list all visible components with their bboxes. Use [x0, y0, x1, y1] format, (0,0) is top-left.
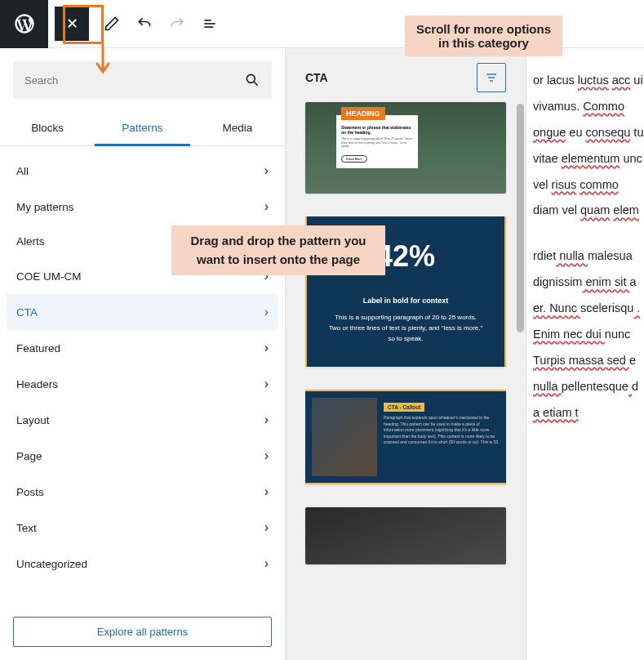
svg-rect-4: [486, 74, 496, 74]
chevron-right-icon: ›: [264, 448, 269, 463]
category-item-headers[interactable]: Headers›: [7, 366, 278, 402]
category-item-featured[interactable]: Featured›: [7, 330, 278, 366]
wordpress-logo[interactable]: [0, 0, 48, 48]
tab-media[interactable]: Media: [190, 112, 285, 145]
category-label: Headers: [16, 378, 58, 390]
svg-rect-2: [204, 26, 213, 28]
category-label: Page: [16, 450, 42, 462]
annotation-callout-drag: Drag and drop the pattern you want to in…: [171, 225, 385, 275]
document-overview-icon[interactable]: [195, 9, 224, 38]
pattern-card-partial[interactable]: [305, 507, 506, 564]
pattern-card-button: Read More: [341, 155, 367, 163]
page-content-area[interactable]: or lacus luctus acc ui vivamus. Commo on…: [526, 48, 644, 660]
pattern-card-image: [312, 398, 377, 476]
undo-icon[interactable]: [130, 9, 159, 38]
pattern-category-list: All›My patterns›AlertsCOE UM-CM›CTA›Feat…: [0, 146, 285, 604]
category-item-my-patterns[interactable]: My patterns›: [7, 189, 278, 225]
close-inserter-button[interactable]: ✕: [55, 7, 89, 41]
chevron-right-icon: ›: [264, 484, 269, 499]
svg-rect-1: [204, 23, 215, 25]
chevron-right-icon: ›: [264, 556, 269, 571]
category-label: Text: [16, 522, 37, 534]
pattern-preview-panel: CTA HEADING Statement or phrase that ela…: [286, 48, 526, 660]
pattern-card-text: Statement or phrase that elaborates on t…: [341, 125, 413, 135]
filter-button[interactable]: [477, 63, 506, 92]
svg-rect-6: [490, 80, 493, 81]
pattern-card-heading-badge: CTA - Callout: [384, 403, 424, 412]
category-label: Uncategorized: [16, 558, 87, 570]
block-inserter-sidebar: Blocks Patterns Media All›My patterns›Al…: [0, 48, 286, 660]
annotation-arrow-icon: [95, 44, 114, 78]
annotation-callout-scroll: Scroll for more options in this category: [405, 16, 562, 56]
content-paragraph: rdiet nulla malesua dignissim enim sit a…: [533, 243, 644, 426]
category-label: CTA: [16, 306, 38, 319]
svg-rect-5: [488, 77, 495, 78]
explore-all-patterns-button[interactable]: Explore all patterns: [13, 617, 272, 647]
category-item-text[interactable]: Text›: [7, 510, 278, 546]
chevron-right-icon: ›: [264, 305, 269, 319]
category-label: Posts: [16, 486, 44, 498]
pattern-card-label: Label in bold for context: [320, 297, 491, 305]
category-label: Alerts: [16, 235, 45, 247]
chevron-right-icon: ›: [264, 377, 269, 391]
chevron-right-icon: ›: [264, 199, 269, 214]
category-label: Layout: [16, 414, 50, 426]
content-paragraph: or lacus luctus acc ui vivamus. Commo on…: [533, 68, 644, 224]
category-label: COE UM-CM: [16, 270, 82, 283]
category-item-uncategorized[interactable]: Uncategorized›: [7, 546, 278, 582]
category-label: All: [16, 165, 29, 177]
edit-icon[interactable]: [97, 9, 127, 38]
chevron-right-icon: ›: [264, 520, 269, 535]
pattern-card-heading[interactable]: HEADING Statement or phrase that elabora…: [305, 102, 506, 194]
redo-icon: [162, 9, 192, 38]
pattern-card-callout[interactable]: CTA - Callout Paragraph that expands upo…: [305, 390, 506, 484]
pattern-card-text: This is a supporting paragraph of 20 to …: [320, 313, 491, 344]
tab-blocks[interactable]: Blocks: [0, 112, 95, 145]
svg-rect-0: [204, 20, 211, 21]
category-item-posts[interactable]: Posts›: [7, 474, 278, 510]
category-item-layout[interactable]: Layout›: [7, 402, 278, 438]
category-label: My patterns: [16, 201, 74, 213]
pattern-card-text: Paragraph that expands upon whatever's m…: [384, 415, 500, 446]
chevron-right-icon: ›: [264, 412, 269, 427]
category-item-page[interactable]: Page›: [7, 438, 278, 474]
chevron-right-icon: ›: [264, 163, 269, 178]
pattern-card-heading-badge: HEADING: [341, 107, 385, 120]
scrollbar-thumb[interactable]: [517, 104, 524, 332]
category-item-all[interactable]: All›: [7, 153, 278, 189]
search-icon: [244, 72, 260, 88]
category-label: Featured: [16, 342, 60, 355]
svg-point-3: [246, 74, 255, 82]
search-input[interactable]: [24, 74, 244, 87]
category-item-cta[interactable]: CTA›: [7, 294, 278, 330]
chevron-right-icon: ›: [264, 341, 269, 355]
preview-panel-title: CTA: [305, 71, 328, 84]
tab-patterns[interactable]: Patterns: [95, 112, 189, 146]
pattern-card-text: This is a supporting paragraph of 20 to …: [341, 137, 413, 149]
search-input-wrapper[interactable]: [13, 61, 272, 99]
filter-icon: [485, 71, 498, 84]
